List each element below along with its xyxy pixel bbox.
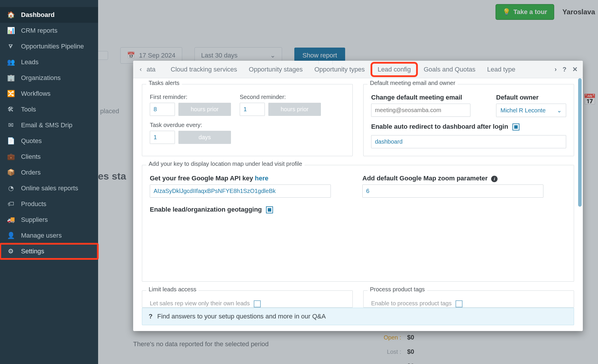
- sidebar-item-suppliers[interactable]: 🚚 Suppliers: [0, 212, 98, 228]
- sidebar-item-leads[interactable]: 👥 Leads: [0, 54, 98, 70]
- geotagging-checkbox[interactable]: [266, 206, 273, 213]
- sidebar-item-email-sms-drip[interactable]: ✉ Email & SMS Drip: [0, 117, 98, 133]
- process-tags-line: Enable to process product tags: [371, 300, 566, 307]
- chevron-down-icon: ⌄: [557, 107, 562, 114]
- process-tags-legend: Process product tags: [368, 286, 427, 293]
- first-reminder-unit: hours prior: [178, 103, 231, 116]
- sidebar-item-workflows[interactable]: 🔀 Workflows: [0, 86, 98, 102]
- main-area: 💡 Take a tour Yaroslava 📅 17 Sep 2024 La…: [98, 0, 598, 364]
- bg-text-placed: s placed: [95, 107, 119, 115]
- bar-chart-icon: 📊: [7, 27, 15, 34]
- users-icon: 👥: [7, 58, 15, 66]
- current-user-name: Yaroslava: [562, 8, 595, 16]
- task-overdue-unit: days: [178, 131, 231, 144]
- info-icon[interactable]: i: [491, 176, 498, 182]
- sidebar-item-crm-reports[interactable]: 📊 CRM reports: [0, 23, 98, 39]
- truck-icon: 🚚: [7, 216, 15, 224]
- meeting-defaults-fieldset: Default meeting email and owner Change d…: [363, 84, 574, 156]
- default-owner-value: Michel R Leconte: [500, 107, 546, 114]
- limit-leads-checkbox[interactable]: [254, 300, 261, 307]
- sidebar-item-label: Workflows: [21, 90, 51, 97]
- auto-redirect-checkbox[interactable]: [512, 123, 519, 130]
- close-icon[interactable]: ✕: [572, 66, 578, 73]
- take-a-tour-button[interactable]: 💡 Take a tour: [496, 4, 554, 20]
- help-icon[interactable]: ?: [563, 66, 566, 73]
- tab-opportunity-stages[interactable]: Opportunity stages: [243, 61, 309, 78]
- stat-won: Won : $0: [376, 362, 414, 364]
- qa-footer[interactable]: ? Find answers to your setup questions a…: [142, 308, 574, 325]
- sidebar-item-settings[interactable]: ⚙ Settings: [0, 243, 98, 259]
- building-icon: 🏢: [7, 74, 15, 82]
- stat-open: Open : $0: [376, 334, 414, 341]
- process-tags-fieldset: Process product tags Enable to process p…: [363, 290, 574, 308]
- first-reminder-input[interactable]: [150, 103, 175, 116]
- question-icon: ?: [149, 313, 152, 320]
- topbar: 💡 Take a tour Yaroslava: [98, 0, 598, 24]
- api-key-input[interactable]: [150, 184, 331, 198]
- stat-lost-value: $0: [407, 348, 414, 355]
- sidebar-item-opportunities-pipeline[interactable]: ⛛ Opportunities Pipeline: [0, 39, 98, 54]
- stat-lost: Lost : $0: [376, 348, 414, 356]
- auto-redirect-label: Enable auto redirect to dashboard after …: [371, 123, 566, 130]
- google-map-legend: Add your key to display location map und…: [146, 161, 305, 167]
- sidebar-item-orders[interactable]: 📦 Orders: [0, 165, 98, 180]
- zoom-label: Add default Google Map zoom parameter i: [362, 175, 566, 182]
- scrollbar[interactable]: [578, 78, 582, 207]
- tab-goals-quotas[interactable]: Goals and Quotas: [418, 61, 481, 78]
- sidebar-item-tools[interactable]: 🛠 Tools: [0, 102, 98, 117]
- sidebar: 🏠 Dashboard 📊 CRM reports ⛛ Opportunitie…: [0, 0, 98, 364]
- task-overdue-input[interactable]: [150, 131, 175, 144]
- chevron-down-icon: ⌄: [270, 52, 275, 59]
- wrench-icon: 🛠: [7, 106, 15, 113]
- stat-lost-label: Lost :: [376, 349, 401, 355]
- limit-leads-line: Let sales rep view only their own leads: [150, 300, 345, 307]
- settings-modal: ✥ ‹ ata Cloud tracking services Opportun…: [133, 61, 583, 331]
- lightbulb-icon: 💡: [503, 8, 510, 16]
- sidebar-item-label: Opportunities Pipeline: [21, 43, 84, 50]
- first-reminder-label: First reminder:: [150, 94, 231, 100]
- tabs-scroll-right[interactable]: ›: [554, 66, 557, 73]
- tabs-scroll-left[interactable]: ‹: [135, 61, 147, 78]
- limit-leads-legend: Limit leads access: [146, 286, 199, 293]
- tab-lead-type[interactable]: Lead type: [481, 61, 521, 78]
- sidebar-item-online-sales-reports[interactable]: ◔ Online sales reports: [0, 180, 98, 196]
- api-key-here-link[interactable]: here: [255, 175, 268, 182]
- zoom-input[interactable]: [362, 184, 543, 198]
- sidebar-item-label: CRM reports: [21, 27, 58, 34]
- sidebar-item-dashboard[interactable]: 🏠 Dashboard: [0, 7, 98, 23]
- api-key-label: Get your free Google Map API key here: [150, 175, 354, 182]
- tab-partial[interactable]: ata: [147, 61, 161, 78]
- sidebar-item-label: Quotes: [21, 137, 42, 145]
- tab-cloud-tracking[interactable]: Cloud tracking services: [165, 61, 243, 78]
- user-plus-icon: 👤: [7, 232, 15, 239]
- tab-lead-config[interactable]: Lead config: [371, 62, 418, 77]
- sidebar-item-organizations[interactable]: 🏢 Organizations: [0, 70, 98, 86]
- sidebar-item-label: Products: [21, 200, 46, 208]
- date-value: 17 Sep 2024: [139, 52, 175, 59]
- modal-drag-handle[interactable]: ✥: [319, 61, 333, 64]
- auto-redirect-input[interactable]: [371, 135, 566, 148]
- tab-opportunity-types[interactable]: Opportunity types: [309, 61, 371, 78]
- default-owner-select[interactable]: Michel R Leconte ⌄: [496, 104, 566, 117]
- pie-chart-icon: ◔: [7, 184, 15, 192]
- second-reminder-input[interactable]: [240, 103, 265, 116]
- process-tags-checkbox[interactable]: [456, 300, 463, 307]
- google-map-fieldset: Add your key to display location map und…: [142, 165, 574, 282]
- default-owner-label: Default owner: [496, 94, 566, 101]
- tag-icon: 🏷: [7, 200, 15, 208]
- sidebar-item-products[interactable]: 🏷 Products: [0, 196, 98, 212]
- second-reminder-unit: hours prior: [268, 103, 321, 116]
- briefcase-icon: 💼: [7, 153, 15, 161]
- package-icon: 📦: [7, 169, 15, 176]
- sidebar-item-label: Clients: [21, 153, 41, 161]
- limit-leads-fieldset: Limit leads access Let sales rep view on…: [142, 290, 353, 308]
- sidebar-item-label: Leads: [21, 58, 39, 66]
- meeting-legend: Default meeting email and owner: [368, 80, 458, 86]
- sidebar-item-quotes[interactable]: 📄 Quotes: [0, 133, 98, 149]
- sidebar-item-label: Suppliers: [21, 216, 48, 224]
- meeting-email-input[interactable]: [371, 104, 470, 117]
- gear-icon: ⚙: [7, 248, 15, 255]
- sidebar-item-clients[interactable]: 💼 Clients: [0, 149, 98, 165]
- sidebar-item-manage-users[interactable]: 👤 Manage users: [0, 228, 98, 243]
- calendar-add-icon[interactable]: 📅: [581, 91, 598, 108]
